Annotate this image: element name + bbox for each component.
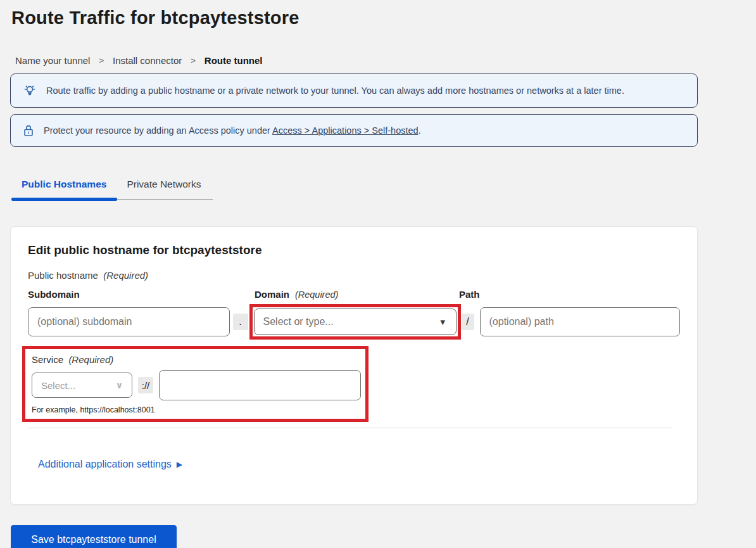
section-divider	[28, 428, 672, 428]
hostname-inputs-row: . Select or type... ▼ /	[28, 304, 680, 340]
lightbulb-icon	[22, 83, 37, 98]
slash-separator: /	[462, 314, 474, 330]
dropdown-arrow-icon: ▼	[439, 317, 447, 327]
service-label: Service (Required)	[32, 354, 365, 365]
card-heading: Edit public hostname for btcpayteststore	[28, 243, 680, 257]
scheme-separator: ://	[138, 377, 153, 393]
page-title: Route Traffic for btcpayteststore	[11, 8, 746, 29]
page: Route Traffic for btcpayteststore Name y…	[0, 0, 756, 548]
service-label-text: Service	[32, 354, 63, 365]
public-hostname-required-note: (Required)	[103, 270, 148, 281]
path-input[interactable]	[480, 307, 681, 336]
active-tab-indicator	[11, 198, 117, 201]
breadcrumb-separator: >	[99, 56, 104, 65]
save-tunnel-button[interactable]: Save btcpayteststore tunnel	[11, 525, 177, 548]
service-inputs-row: Select... ∨ ://	[32, 370, 365, 400]
expand-arrow-icon: ▶	[177, 460, 182, 469]
access-applications-self-hosted-link[interactable]: Access > Applications > Self-hosted	[272, 125, 419, 136]
service-url-input[interactable]	[159, 370, 361, 400]
access-policy-text-suffix: .	[419, 125, 421, 136]
chevron-down-icon: ∨	[116, 380, 123, 390]
lock-icon	[22, 124, 35, 137]
tab-public-hostnames[interactable]: Public Hostnames	[11, 179, 117, 198]
service-required-note: (Required)	[68, 354, 113, 365]
breadcrumb-install-connector[interactable]: Install connector	[113, 55, 182, 66]
breadcrumb-name-your-tunnel[interactable]: Name your tunnel	[15, 55, 90, 66]
service-type-select[interactable]: Select... ∨	[32, 373, 132, 398]
tabs: Public Hostnames Private Networks	[11, 179, 746, 201]
access-policy-text-prefix: Protect your resource by adding an Acces…	[44, 125, 272, 136]
public-hostname-label: Public hostname (Required)	[28, 270, 680, 281]
domain-label: Domain	[255, 289, 289, 300]
breadcrumb-route-tunnel: Route tunnel	[205, 55, 263, 66]
tab-underline-track	[11, 198, 213, 201]
tip-banner-text: Route traffic by adding a public hostnam…	[46, 86, 624, 96]
domain-select[interactable]: Select or type... ▼	[254, 309, 457, 335]
additional-application-settings-link[interactable]: Additional application settings ▶	[38, 459, 182, 470]
subdomain-label: Subdomain	[28, 289, 80, 300]
subdomain-input[interactable]	[28, 307, 230, 336]
public-hostname-label-text: Public hostname	[28, 270, 98, 281]
annotation-box-domain: Select or type... ▼	[249, 304, 461, 340]
service-hint: For example, https://localhost:8001	[32, 405, 365, 414]
edit-public-hostname-card: Edit public hostname for btcpayteststore…	[10, 226, 698, 505]
tip-banner: Route traffic by adding a public hostnam…	[10, 73, 698, 108]
tab-private-networks[interactable]: Private Networks	[117, 179, 211, 198]
domain-select-placeholder: Select or type...	[263, 316, 334, 328]
dot-separator: .	[233, 314, 248, 330]
breadcrumb: Name your tunnel > Install connector > R…	[15, 55, 746, 66]
breadcrumb-separator: >	[191, 56, 196, 65]
annotation-box-service: Service (Required) Select... ∨ :// For e…	[22, 346, 369, 422]
domain-required-note: (Required)	[295, 290, 339, 300]
access-policy-banner: Protect your resource by adding an Acces…	[10, 114, 698, 147]
access-policy-banner-text: Protect your resource by adding an Acces…	[44, 125, 421, 136]
hostname-labels-row: Subdomain Domain (Required) Path	[28, 289, 680, 300]
path-label: Path	[459, 289, 480, 300]
additional-settings-label: Additional application settings	[38, 459, 172, 470]
service-type-placeholder: Select...	[41, 380, 75, 391]
